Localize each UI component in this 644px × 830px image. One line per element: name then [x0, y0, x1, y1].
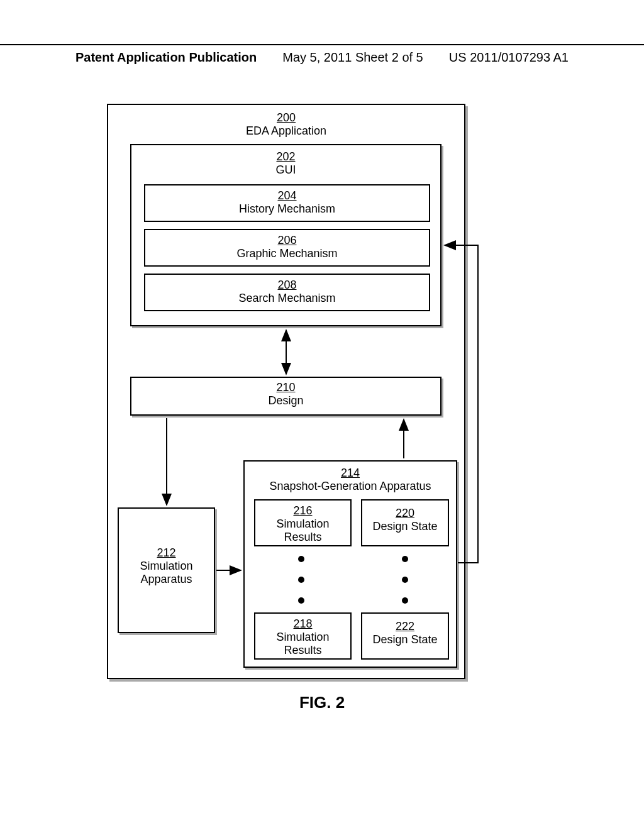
- page-header: Patent Application Publication May 5, 20…: [0, 44, 644, 65]
- sim-results-216-box: 216 SimulationResults: [254, 499, 352, 546]
- dot-icon: [402, 556, 408, 562]
- dot-icon: [298, 556, 304, 562]
- search-mechanism-box: 208 Search Mechanism: [144, 274, 430, 311]
- dot-icon: [298, 597, 304, 604]
- gui-label: 202 GUI: [131, 150, 440, 177]
- figure-caption: FIG. 2: [0, 693, 644, 712]
- dot-icon: [298, 577, 304, 583]
- eda-label: 200 EDA Application: [108, 111, 464, 138]
- header-right: US 2011/0107293 A1: [449, 50, 569, 65]
- header-center: May 5, 2011 Sheet 2 of 5: [282, 50, 423, 65]
- sim-results-218-label: SimulationResults: [255, 631, 350, 657]
- design-state-220-box: 220 Design State: [361, 499, 449, 546]
- snapshot-label: 214 Snapshot-Generation Apparatus: [245, 467, 456, 493]
- design-box: 210 Design: [130, 377, 441, 416]
- dot-icon: [402, 597, 408, 604]
- sim-results-216-label: SimulationResults: [255, 517, 350, 544]
- snapshot-apparatus-box: 214 Snapshot-Generation Apparatus 216 Si…: [243, 460, 457, 668]
- eda-application-box: 200 EDA Application 202 GUI 204 History …: [107, 104, 465, 679]
- dot-icon: [402, 577, 408, 583]
- simulation-label: SimulationApparatus: [119, 560, 214, 586]
- history-mechanism-box: 204 History Mechanism: [144, 184, 430, 222]
- simulation-apparatus-box: 212 SimulationApparatus: [118, 507, 215, 633]
- sim-results-218-box: 218 SimulationResults: [254, 612, 352, 660]
- header-left: Patent Application Publication: [75, 50, 257, 65]
- design-state-222-box: 222 Design State: [361, 612, 449, 660]
- graphic-mechanism-box: 206 Graphic Mechanism: [144, 229, 430, 267]
- gui-box: 202 GUI 204 History Mechanism 206 Graphi…: [130, 144, 441, 326]
